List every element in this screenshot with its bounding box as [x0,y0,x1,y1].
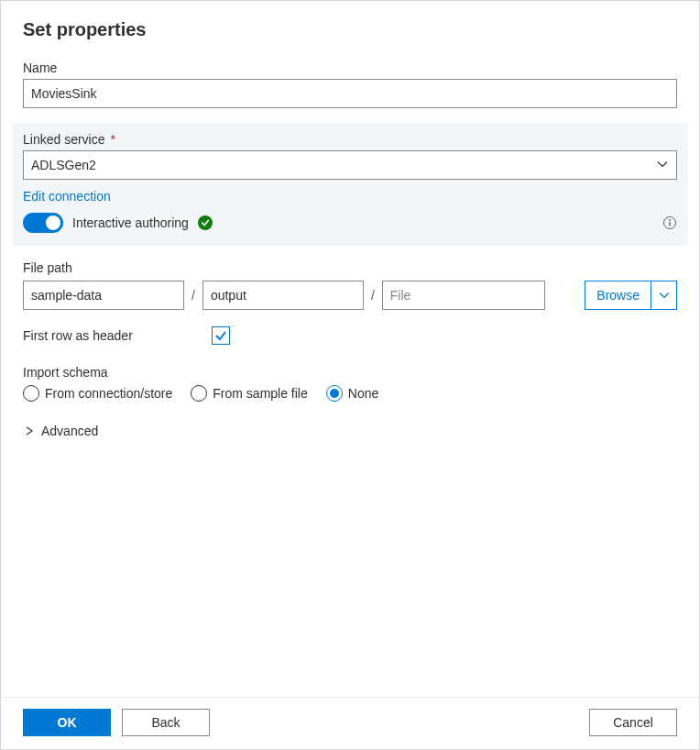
linked-service-label: Linked service * [23,132,677,147]
file-path-file-input[interactable] [382,281,545,310]
panel-body: Set properties Name Linked service * Edi… [1,1,699,697]
first-row-header-checkbox[interactable] [212,326,230,345]
name-input[interactable] [23,79,677,108]
chevron-right-icon [25,424,34,438]
file-path-container-input[interactable] [23,281,184,310]
browse-group: Browse [585,281,677,310]
file-path-label: File path [23,260,677,275]
advanced-label: Advanced [41,424,98,438]
path-separator: / [371,288,375,303]
toggle-knob [46,215,60,230]
linked-service-section: Linked service * Edit connection Interac… [12,123,688,246]
panel-footer: OK Back Cancel [1,697,699,749]
first-row-header-row: First row as header [23,326,677,345]
svg-point-1 [669,219,671,221]
import-schema-label: Import schema [23,365,677,380]
svg-rect-2 [669,222,670,226]
status-ok-icon [198,215,213,230]
linked-service-value[interactable] [23,150,677,180]
info-icon[interactable] [662,215,677,230]
required-marker: * [110,132,115,147]
cancel-button[interactable]: Cancel [589,709,677,736]
file-path-directory-input[interactable] [202,281,364,310]
browse-button[interactable]: Browse [585,281,651,310]
ok-button[interactable]: OK [23,709,111,736]
advanced-toggle[interactable]: Advanced [23,424,677,438]
edit-connection-link[interactable]: Edit connection [23,189,111,204]
linked-service-label-text: Linked service [23,132,105,147]
radio-icon [326,385,343,402]
radio-label: From connection/store [45,386,172,401]
first-row-header-label: First row as header [23,328,212,343]
import-schema-option-none[interactable]: None [326,385,378,402]
name-label: Name [23,61,677,75]
import-schema-option-connection[interactable]: From connection/store [23,385,172,402]
radio-icon [23,385,39,402]
interactive-authoring-label: Interactive authoring [72,215,189,230]
linked-service-select[interactable] [23,150,677,180]
browse-dropdown-button[interactable] [651,281,677,310]
panel-title: Set properties [23,19,677,40]
file-path-row: / / Browse [23,281,677,310]
import-schema-option-sample[interactable]: From sample file [191,385,307,402]
back-button[interactable]: Back [122,709,210,736]
path-separator: / [191,288,195,303]
radio-label: None [348,386,378,401]
radio-icon [191,385,207,402]
interactive-authoring-toggle[interactable] [23,213,63,233]
radio-label: From sample file [213,386,307,401]
import-schema-options: From connection/store From sample file N… [23,385,677,402]
